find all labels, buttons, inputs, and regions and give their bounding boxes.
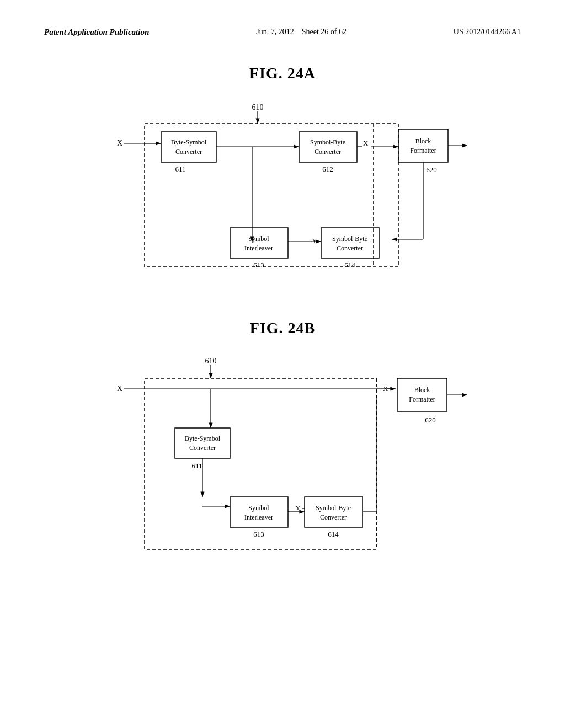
x-input-label-b: X — [117, 384, 122, 393]
label-611-b: 611 — [191, 462, 202, 470]
label-611-a: 611 — [175, 165, 185, 173]
block-formatter-box-a — [398, 129, 448, 162]
symbol-byte-bot-label1-a: Symbol-Byte — [332, 235, 367, 243]
block-formatter-label2-b: Formatter — [409, 395, 435, 403]
symbol-byte-bot-box-b — [305, 497, 363, 527]
outer-box-b — [145, 378, 376, 549]
x-mid-label-a: X — [363, 139, 369, 147]
symbol-interleaver-label1-b: Symbol — [248, 504, 269, 512]
y-label-a: Y — [312, 237, 317, 245]
symbol-byte-top-box-a — [299, 132, 357, 162]
symbol-byte-top-label2-a: Converter — [315, 148, 341, 156]
symbol-byte-bot-label1-b: Symbol-Byte — [316, 504, 351, 512]
x-input-label-a: X — [117, 139, 122, 147]
symbol-byte-bot-box-a — [321, 228, 379, 258]
symbol-interleaver-label2-a: Interleaver — [244, 244, 273, 252]
figure-24a-section: FIG. 24A 610 X Byte-Symbol Converter — [0, 65, 565, 303]
patent-page: Patent Application Publication Jun. 7, 2… — [0, 0, 565, 728]
symbol-interleaver-box-b — [230, 497, 288, 527]
label-614-b: 614 — [328, 530, 339, 538]
label-620-a: 620 — [426, 165, 437, 174]
figure-24b-section: FIG. 24B 610 X X — [0, 319, 565, 585]
block-formatter-label1-b: Block — [414, 386, 430, 394]
header-date-sheet: Jun. 7, 2012 Sheet 26 of 62 — [256, 28, 347, 36]
header-date: Jun. 7, 2012 — [256, 28, 294, 36]
label-614-a: 614 — [344, 261, 355, 269]
symbol-interleaver-label2-b: Interleaver — [244, 513, 273, 521]
fig-24b-diagram: 610 X X Block Formatter — [0, 348, 565, 585]
byte-symbol-box-b — [175, 428, 230, 458]
block-formatter-box-b — [397, 378, 447, 411]
label-610-b: 610 — [205, 357, 217, 365]
fig-24a-title: FIG. 24A — [0, 65, 565, 82]
symbol-interleaver-box-a — [230, 228, 288, 258]
label-613-b: 613 — [253, 530, 264, 538]
header-publication-label: Patent Application Publication — [44, 28, 149, 37]
label-613-a: 613 — [253, 261, 264, 269]
fig-24a-svg: 610 X Byte-Symbol Converter 611 — [89, 93, 476, 303]
symbol-byte-bot-label2-b: Converter — [320, 513, 347, 521]
byte-symbol-box-a — [161, 132, 216, 162]
label-612-a: 612 — [322, 165, 333, 173]
page-header: Patent Application Publication Jun. 7, 2… — [0, 0, 565, 48]
header-sheet: Sheet 26 of 62 — [302, 28, 347, 36]
byte-symbol-label1-a: Byte-Symbol — [171, 138, 207, 146]
fig-24a-diagram: 610 X Byte-Symbol Converter 611 — [0, 93, 565, 303]
byte-symbol-label1-b: Byte-Symbol — [185, 435, 221, 442]
header-patent-number: US 2012/0144266 A1 — [454, 28, 521, 36]
block-formatter-label2-a: Formatter — [410, 147, 436, 154]
fig-24b-svg: 610 X X Block Formatter — [89, 348, 476, 585]
y-label-b: Y — [295, 504, 301, 512]
byte-symbol-label2-a: Converter — [175, 148, 202, 156]
symbol-interleaver-label1-a: Symbol — [248, 235, 269, 243]
byte-symbol-label2-b: Converter — [189, 444, 216, 452]
label-610-a: 610 — [252, 103, 264, 111]
label-620-b: 620 — [425, 416, 436, 424]
symbol-byte-top-label1-a: Symbol-Byte — [310, 138, 345, 146]
symbol-byte-bot-label2-a: Converter — [337, 244, 363, 252]
block-formatter-label1-a: Block — [415, 137, 431, 145]
fig-24b-title: FIG. 24B — [0, 319, 565, 337]
